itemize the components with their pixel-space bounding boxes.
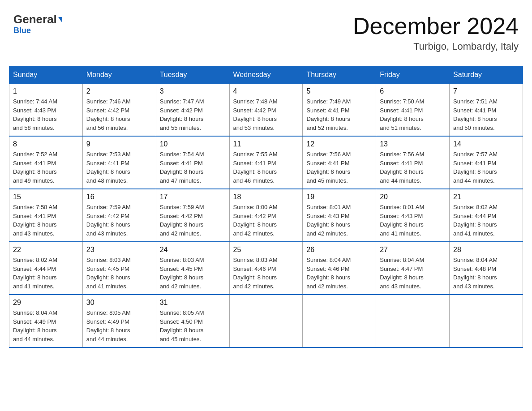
day-number: 12 (306, 140, 372, 148)
week-row-3: 15Sunrise: 7:58 AMSunset: 4:41 PMDayligh… (9, 189, 523, 242)
day-cell-6: 6Sunrise: 7:50 AMSunset: 4:41 PMDaylight… (376, 84, 450, 137)
day-cell-24: 24Sunrise: 8:03 AMSunset: 4:45 PMDayligh… (156, 242, 229, 295)
week-row-4: 22Sunrise: 8:02 AMSunset: 4:44 PMDayligh… (9, 242, 523, 295)
day-number: 30 (86, 299, 152, 307)
week-row-2: 8Sunrise: 7:52 AMSunset: 4:41 PMDaylight… (9, 136, 523, 189)
day-cell-8: 8Sunrise: 7:52 AMSunset: 4:41 PMDaylight… (9, 136, 83, 189)
logo-arrow-icon (58, 17, 62, 23)
day-number: 20 (380, 193, 446, 201)
day-cell-26: 26Sunrise: 8:04 AMSunset: 4:46 PMDayligh… (303, 242, 376, 295)
col-header-sunday: Sunday (9, 66, 83, 84)
day-cell-25: 25Sunrise: 8:03 AMSunset: 4:46 PMDayligh… (229, 242, 303, 295)
day-number: 3 (160, 87, 226, 95)
day-info: Sunrise: 7:51 AMSunset: 4:41 PMDaylight:… (453, 97, 519, 132)
title-block: December 2024 Turbigo, Lombardy, Italy (353, 13, 519, 52)
logo-top: General (13, 13, 62, 25)
day-number: 18 (233, 193, 299, 201)
col-header-monday: Monday (82, 66, 156, 84)
day-cell-19: 19Sunrise: 8:01 AMSunset: 4:43 PMDayligh… (303, 189, 376, 242)
day-number: 26 (306, 246, 372, 254)
day-cell-3: 3Sunrise: 7:47 AMSunset: 4:42 PMDaylight… (156, 84, 229, 137)
col-header-saturday: Saturday (450, 66, 523, 84)
day-cell-23: 23Sunrise: 8:03 AMSunset: 4:45 PMDayligh… (82, 242, 156, 295)
day-number: 19 (306, 193, 372, 201)
col-header-friday: Friday (376, 66, 450, 84)
day-cell-22: 22Sunrise: 8:02 AMSunset: 4:44 PMDayligh… (9, 242, 83, 295)
day-number: 23 (86, 246, 152, 254)
day-number: 5 (306, 87, 372, 95)
day-number: 6 (380, 87, 446, 95)
location: Turbigo, Lombardy, Italy (353, 41, 519, 52)
day-info: Sunrise: 7:54 AMSunset: 4:41 PMDaylight:… (160, 150, 226, 185)
day-cell-1: 1Sunrise: 7:44 AMSunset: 4:43 PMDaylight… (9, 84, 83, 137)
day-info: Sunrise: 7:50 AMSunset: 4:41 PMDaylight:… (380, 97, 446, 132)
empty-cell (303, 295, 376, 347)
day-info: Sunrise: 7:56 AMSunset: 4:41 PMDaylight:… (380, 150, 446, 185)
day-cell-10: 10Sunrise: 7:54 AMSunset: 4:41 PMDayligh… (156, 136, 229, 189)
day-info: Sunrise: 7:56 AMSunset: 4:41 PMDaylight:… (306, 150, 372, 185)
day-info: Sunrise: 8:03 AMSunset: 4:45 PMDaylight:… (160, 256, 226, 291)
week-row-5: 29Sunrise: 8:04 AMSunset: 4:49 PMDayligh… (9, 295, 523, 347)
day-cell-17: 17Sunrise: 7:59 AMSunset: 4:42 PMDayligh… (156, 189, 229, 242)
day-cell-29: 29Sunrise: 8:04 AMSunset: 4:49 PMDayligh… (9, 295, 83, 347)
day-info: Sunrise: 7:53 AMSunset: 4:41 PMDaylight:… (86, 150, 152, 185)
day-cell-15: 15Sunrise: 7:58 AMSunset: 4:41 PMDayligh… (9, 189, 83, 242)
month-title: December 2024 (353, 13, 519, 39)
day-info: Sunrise: 8:00 AMSunset: 4:42 PMDaylight:… (233, 203, 299, 238)
day-cell-2: 2Sunrise: 7:46 AMSunset: 4:42 PMDaylight… (82, 84, 156, 137)
day-number: 1 (13, 87, 79, 95)
day-cell-21: 21Sunrise: 8:02 AMSunset: 4:44 PMDayligh… (450, 189, 523, 242)
day-info: Sunrise: 8:04 AMSunset: 4:47 PMDaylight:… (380, 256, 446, 291)
day-info: Sunrise: 7:48 AMSunset: 4:42 PMDaylight:… (233, 97, 299, 132)
day-cell-7: 7Sunrise: 7:51 AMSunset: 4:41 PMDaylight… (450, 84, 523, 137)
day-number: 7 (453, 87, 519, 95)
day-info: Sunrise: 7:55 AMSunset: 4:41 PMDaylight:… (233, 150, 299, 185)
day-cell-11: 11Sunrise: 7:55 AMSunset: 4:41 PMDayligh… (229, 136, 303, 189)
empty-cell (229, 295, 303, 347)
day-info: Sunrise: 8:05 AMSunset: 4:50 PMDaylight:… (160, 308, 226, 343)
calendar-table: SundayMondayTuesdayWednesdayThursdayFrid… (9, 66, 523, 348)
day-number: 15 (13, 193, 79, 201)
day-cell-28: 28Sunrise: 8:04 AMSunset: 4:48 PMDayligh… (450, 242, 523, 295)
day-info: Sunrise: 8:01 AMSunset: 4:43 PMDaylight:… (306, 203, 372, 238)
day-number: 27 (380, 246, 446, 254)
day-info: Sunrise: 8:02 AMSunset: 4:44 PMDaylight:… (453, 203, 519, 238)
day-cell-16: 16Sunrise: 7:59 AMSunset: 4:42 PMDayligh… (82, 189, 156, 242)
day-info: Sunrise: 7:58 AMSunset: 4:41 PMDaylight:… (13, 203, 79, 238)
day-number: 13 (380, 140, 446, 148)
day-info: Sunrise: 7:47 AMSunset: 4:42 PMDaylight:… (160, 97, 226, 132)
day-cell-27: 27Sunrise: 8:04 AMSunset: 4:47 PMDayligh… (376, 242, 450, 295)
day-number: 31 (160, 299, 226, 307)
empty-cell (450, 295, 523, 347)
day-info: Sunrise: 7:49 AMSunset: 4:41 PMDaylight:… (306, 97, 372, 132)
day-number: 24 (160, 246, 226, 254)
day-cell-14: 14Sunrise: 7:57 AMSunset: 4:41 PMDayligh… (450, 136, 523, 189)
day-number: 4 (233, 87, 299, 95)
day-number: 10 (160, 140, 226, 148)
day-info: Sunrise: 8:05 AMSunset: 4:49 PMDaylight:… (86, 308, 152, 343)
day-info: Sunrise: 7:44 AMSunset: 4:43 PMDaylight:… (13, 97, 79, 132)
logo: General Blue (13, 13, 62, 35)
day-number: 8 (13, 140, 79, 148)
day-info: Sunrise: 8:02 AMSunset: 4:44 PMDaylight:… (13, 256, 79, 291)
day-info: Sunrise: 7:59 AMSunset: 4:42 PMDaylight:… (160, 203, 226, 238)
day-number: 2 (86, 87, 152, 95)
day-number: 28 (453, 246, 519, 254)
col-header-tuesday: Tuesday (156, 66, 229, 84)
day-cell-4: 4Sunrise: 7:48 AMSunset: 4:42 PMDaylight… (229, 84, 303, 137)
day-info: Sunrise: 7:46 AMSunset: 4:42 PMDaylight:… (86, 97, 152, 132)
day-info: Sunrise: 8:01 AMSunset: 4:43 PMDaylight:… (380, 203, 446, 238)
calendar-header-row: SundayMondayTuesdayWednesdayThursdayFrid… (9, 66, 523, 84)
col-header-thursday: Thursday (303, 66, 376, 84)
day-info: Sunrise: 7:52 AMSunset: 4:41 PMDaylight:… (13, 150, 79, 185)
logo-bottom: Blue (13, 26, 31, 35)
day-cell-31: 31Sunrise: 8:05 AMSunset: 4:50 PMDayligh… (156, 295, 229, 347)
day-info: Sunrise: 8:04 AMSunset: 4:49 PMDaylight:… (13, 308, 79, 343)
day-info: Sunrise: 8:04 AMSunset: 4:48 PMDaylight:… (453, 256, 519, 291)
day-info: Sunrise: 8:03 AMSunset: 4:45 PMDaylight:… (86, 256, 152, 291)
day-number: 11 (233, 140, 299, 148)
day-cell-12: 12Sunrise: 7:56 AMSunset: 4:41 PMDayligh… (303, 136, 376, 189)
day-cell-13: 13Sunrise: 7:56 AMSunset: 4:41 PMDayligh… (376, 136, 450, 189)
day-cell-9: 9Sunrise: 7:53 AMSunset: 4:41 PMDaylight… (82, 136, 156, 189)
day-number: 25 (233, 246, 299, 254)
